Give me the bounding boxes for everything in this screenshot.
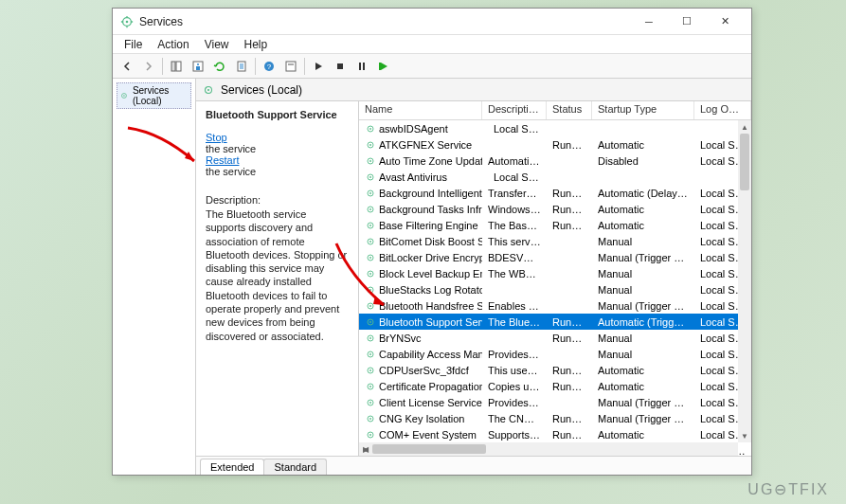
help-button[interactable]: ?: [259, 56, 279, 77]
minimize-button[interactable]: ─: [630, 9, 668, 35]
menu-action[interactable]: Action: [150, 36, 196, 53]
service-row[interactable]: Capability Access Manager S...Provides f…: [359, 346, 751, 362]
export-button[interactable]: [231, 56, 252, 77]
svg-point-51: [369, 369, 371, 371]
col-description[interactable]: Description: [482, 101, 547, 119]
menu-file[interactable]: File: [117, 36, 150, 53]
svg-point-5: [197, 63, 199, 65]
svg-point-33: [369, 225, 371, 226]
service-row[interactable]: aswbIDSAgentLocal System: [359, 120, 751, 136]
service-row[interactable]: Base Filtering EngineThe Base Filt...Run…: [359, 217, 751, 233]
service-row[interactable]: Background Tasks Infrastruc...Windows in…: [359, 201, 751, 217]
svg-point-27: [369, 176, 371, 178]
service-row[interactable]: Auto Time Zone UpdaterAutomaticall...Dis…: [359, 153, 751, 169]
service-row[interactable]: Bluetooth Support ServiceThe Bluetoo...R…: [359, 314, 751, 330]
svg-point-49: [369, 353, 371, 355]
service-row[interactable]: ATKGFNEX ServiceRunningAutomaticLocal Sy…: [359, 136, 751, 153]
service-row[interactable]: Background Intelligent Tran...Transfers …: [359, 185, 751, 201]
service-rows: aswbIDSAgentLocal SystemATKGFNEX Service…: [359, 120, 751, 456]
col-log-on-as[interactable]: Log On As: [694, 101, 751, 119]
tab-standard[interactable]: Standard: [263, 459, 327, 475]
svg-point-19: [207, 88, 209, 90]
svg-point-55: [369, 402, 371, 404]
gear-icon: [202, 83, 215, 97]
scroll-right-icon[interactable]: ▶: [359, 442, 372, 456]
service-row[interactable]: BlueStacks Log Rotator Servi...ManualLoc…: [359, 281, 751, 297]
scroll-up-icon[interactable]: ▲: [738, 120, 751, 134]
gear-icon: [119, 90, 129, 101]
selected-service-name: Bluetooth Support Service: [206, 109, 349, 120]
scroll-thumb-v[interactable]: [740, 134, 749, 190]
svg-point-1: [126, 20, 129, 23]
service-row[interactable]: Avast AntivirusLocal System: [359, 169, 751, 185]
forward-button[interactable]: [138, 56, 159, 77]
svg-rect-10: [286, 62, 296, 71]
restart-service-link[interactable]: Restart: [206, 154, 349, 166]
tab-extended[interactable]: Extended: [200, 459, 264, 475]
service-row[interactable]: BrYNSvcRunningManualLocal System: [359, 330, 751, 346]
main-panel: Services (Local) Bluetooth Support Servi…: [196, 79, 751, 475]
show-hide-tree-button[interactable]: [166, 56, 187, 77]
svg-rect-13: [359, 63, 361, 70]
service-list: Name Description Status Startup Type Log…: [359, 101, 751, 456]
stop-service-link[interactable]: Stop: [206, 132, 349, 143]
scroll-down-icon[interactable]: ▼: [738, 429, 751, 442]
properties2-button[interactable]: [280, 56, 301, 77]
svg-point-23: [369, 144, 371, 146]
services-window: Services ─ ☐ ✕ File Action View Help ?: [112, 8, 752, 476]
menu-view[interactable]: View: [197, 36, 237, 53]
svg-point-47: [369, 337, 371, 339]
svg-point-57: [369, 418, 371, 420]
stop-service-button[interactable]: [330, 56, 351, 77]
service-row[interactable]: Client License Service (ClipSV...Provide…: [359, 394, 751, 410]
col-status[interactable]: Status: [547, 101, 592, 119]
svg-rect-2: [171, 62, 175, 71]
maximize-button[interactable]: ☐: [668, 9, 706, 35]
service-row[interactable]: BitComet Disk Boost ServiceThis service …: [359, 233, 751, 249]
detail-panel: Bluetooth Support Service Stop the servi…: [196, 101, 359, 456]
split-view: Bluetooth Support Service Stop the servi…: [196, 101, 751, 456]
window-title: Services: [139, 15, 630, 28]
column-headers: Name Description Status Startup Type Log…: [359, 101, 751, 120]
col-startup-type[interactable]: Startup Type: [592, 101, 694, 119]
service-row[interactable]: Block Level Backup Engine S...The WBENGI…: [359, 265, 751, 281]
service-row[interactable]: Certificate PropagationCopies user ...Ru…: [359, 378, 751, 394]
tree-services-local[interactable]: Services (Local): [117, 82, 191, 109]
menu-help[interactable]: Help: [237, 36, 276, 53]
svg-rect-14: [363, 63, 365, 70]
titlebar[interactable]: Services ─ ☐ ✕: [113, 9, 751, 35]
menubar: File Action View Help: [113, 35, 751, 54]
properties-icon[interactable]: [188, 56, 208, 77]
refresh-button[interactable]: [209, 56, 230, 77]
scrollbar-horizontal[interactable]: ◀ ▶: [359, 442, 738, 456]
description-text: The Bluetooth service supports discovery…: [206, 207, 349, 343]
content-area: Services (Local) Services (Local) Blueto…: [113, 79, 751, 475]
pause-service-button[interactable]: [351, 56, 372, 77]
service-row[interactable]: Bluetooth Handsfree ServiceEnables wire.…: [359, 297, 751, 314]
scrollbar-vertical[interactable]: ▲ ▼: [738, 120, 751, 442]
svg-text:?: ?: [267, 63, 272, 71]
svg-point-21: [369, 128, 371, 130]
col-name[interactable]: Name: [359, 101, 482, 119]
svg-point-53: [369, 386, 371, 387]
svg-rect-6: [196, 66, 200, 70]
svg-point-29: [369, 192, 371, 194]
service-row[interactable]: COM+ Event SystemSupports Sy...RunningAu…: [359, 426, 751, 442]
back-button[interactable]: [117, 56, 137, 77]
svg-point-39: [369, 273, 371, 275]
tree-label: Services (Local): [133, 85, 189, 106]
service-row[interactable]: CNG Key IsolationThe CNG ke...RunningMan…: [359, 410, 751, 426]
restart-service-button[interactable]: [373, 56, 394, 77]
svg-point-31: [369, 208, 371, 210]
svg-point-59: [369, 434, 371, 436]
scroll-thumb-h[interactable]: [372, 444, 486, 454]
toolbar: ?: [113, 54, 751, 79]
description-label: Description:: [206, 194, 349, 206]
start-service-button[interactable]: [308, 56, 329, 77]
svg-rect-3: [176, 62, 181, 71]
close-button[interactable]: ✕: [706, 9, 744, 35]
service-row[interactable]: BitLocker Drive Encryption S...BDESVC ho…: [359, 249, 751, 265]
svg-point-41: [369, 289, 371, 291]
service-row[interactable]: CDPUserSvc_3fdcfThis user ser...RunningA…: [359, 362, 751, 378]
left-tree-panel: Services (Local): [113, 79, 196, 475]
